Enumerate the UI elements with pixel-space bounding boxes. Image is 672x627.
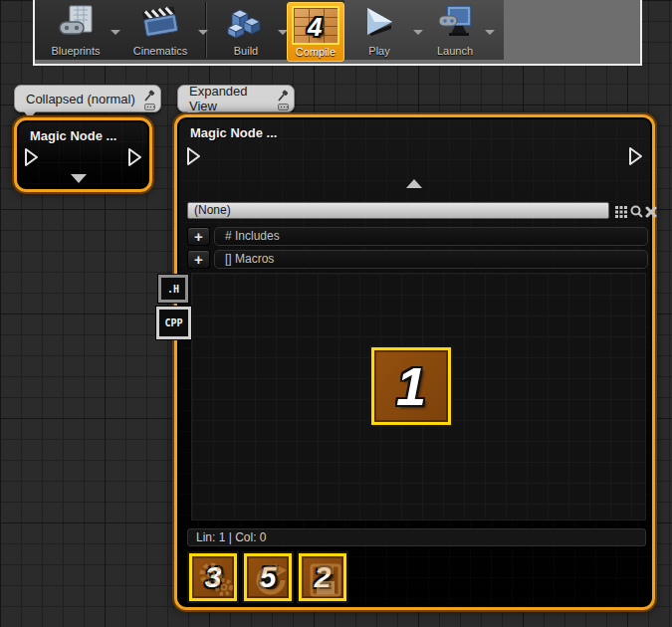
exec-input-pin[interactable]	[186, 146, 201, 170]
exec-output-pin[interactable]	[628, 146, 643, 170]
comment-label: Collapsed (normal)	[26, 92, 135, 106]
annotation-badge-4: 4	[308, 12, 322, 43]
compile-bricks-icon: 4	[292, 6, 339, 45]
launch-dropdown-arrow[interactable]	[485, 30, 495, 35]
browse-grid-icon[interactable]	[615, 204, 627, 222]
compile-button[interactable]: 4 Compile	[287, 2, 344, 62]
compile-label: Compile	[296, 45, 336, 61]
comment-label: Expanded View	[189, 84, 270, 113]
refresh-button[interactable]: 5	[244, 553, 292, 601]
exec-input-pin[interactable]	[24, 147, 39, 171]
cinematics-label: Cinematics	[133, 44, 187, 60]
script-class-picker[interactable]: (None)	[187, 202, 609, 219]
includes-field[interactable]: # Includes	[214, 227, 648, 246]
expand-node-arrow[interactable]	[71, 174, 87, 183]
collapse-node-arrow[interactable]	[406, 179, 422, 188]
refresh-arrows-icon	[251, 560, 285, 594]
node-title: Magic Node ...	[30, 128, 116, 143]
blueprints-dropdown-arrow[interactable]	[111, 30, 120, 35]
build-icon	[226, 2, 266, 44]
search-icon[interactable]	[630, 204, 643, 222]
play-label: Play	[368, 44, 389, 60]
annotation-marker-1: 1	[371, 347, 451, 425]
add-include-button[interactable]: +	[187, 227, 210, 246]
main-toolbar: Blueprints Cinematics	[33, 0, 642, 66]
add-macro-button[interactable]: +	[187, 250, 210, 269]
blueprints-label: Blueprints	[52, 44, 101, 60]
header-file-tab[interactable]: .H	[158, 275, 188, 303]
blueprints-button[interactable]: Blueprints	[42, 2, 110, 60]
node-title: Magic Node ...	[190, 125, 277, 140]
save-button[interactable]: 2	[299, 553, 346, 601]
build-label: Build	[234, 44, 258, 60]
magic-node-collapsed[interactable]: Magic Node ...	[14, 117, 152, 192]
play-icon	[361, 2, 397, 44]
code-editor-area[interactable]: 1	[191, 273, 646, 521]
comment-toggle-icon[interactable]	[278, 104, 289, 110]
comment-bubble-collapsed[interactable]: Collapsed (normal)	[14, 85, 161, 112]
comment-bubble-expanded[interactable]: Expanded View	[177, 85, 295, 112]
macros-field[interactable]: [] Macros	[214, 250, 648, 269]
cpp-file-tab[interactable]: CPP	[156, 307, 191, 339]
cinematics-dropdown-arrow[interactable]	[198, 30, 208, 35]
launch-button[interactable]: Launch	[425, 2, 485, 60]
launch-icon	[435, 2, 475, 44]
editor-status-bar: Lin: 1 | Col: 0	[187, 528, 646, 546]
cinematics-button[interactable]: Cinematics	[123, 2, 197, 60]
settings-gear-button[interactable]: 3	[189, 553, 237, 601]
magic-node-expanded[interactable]: Magic Node ... (None) + # Includes + [	[174, 114, 655, 610]
gears-icon	[196, 560, 230, 594]
play-button[interactable]: Play	[351, 2, 407, 60]
blueprints-icon	[56, 2, 96, 44]
floppy-disk-icon	[306, 560, 339, 594]
blueprint-graph-canvas[interactable]: Blueprints Cinematics	[0, 0, 672, 627]
cinematics-icon	[139, 2, 181, 44]
exec-output-pin[interactable]	[127, 147, 142, 171]
play-dropdown-arrow[interactable]	[413, 30, 423, 35]
annotation-number: 1	[396, 355, 426, 417]
launch-label: Launch	[437, 44, 473, 60]
build-button[interactable]: Build	[216, 2, 276, 60]
clear-x-icon[interactable]	[645, 204, 657, 222]
comment-toggle-icon[interactable]	[144, 104, 155, 110]
